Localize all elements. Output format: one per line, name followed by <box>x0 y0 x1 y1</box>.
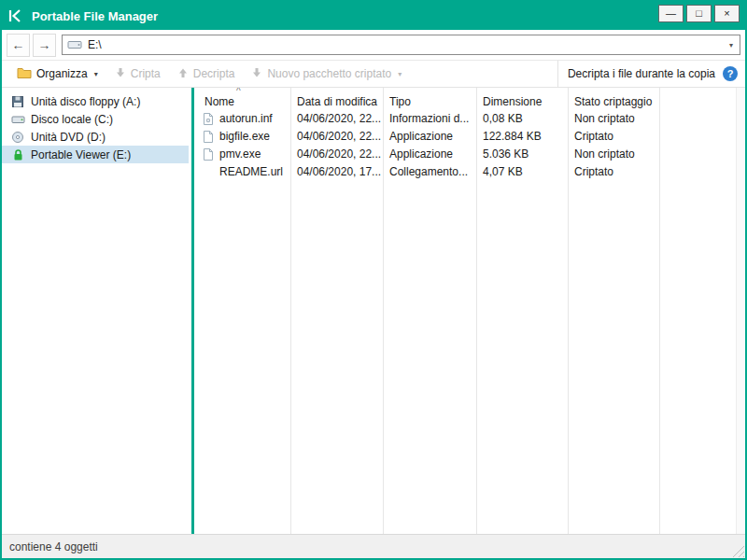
decrypt-label: Decripta <box>193 67 235 80</box>
column-headers: ^ Nome Data di modifica Tipo Dimensione … <box>197 88 745 110</box>
new-encrypted-package-button[interactable]: Nuovo pacchetto criptato ▾ <box>244 64 409 84</box>
folder-tree: Unità disco floppy (A:) Disco locale (C:… <box>2 88 189 534</box>
column-header-tipo[interactable]: Tipo <box>389 95 411 108</box>
file-rows: autorun.inf 04/06/2020, 22... Informazio… <box>197 110 745 181</box>
file-size: 122.884 KB <box>483 130 542 143</box>
vertical-scrollbar[interactable] <box>736 88 745 534</box>
column-header-dimensione[interactable]: Dimensione <box>483 95 542 108</box>
address-dropdown-icon[interactable]: ▾ <box>729 41 735 49</box>
chevron-down-icon: ▾ <box>94 70 98 78</box>
floppy-drive-icon <box>10 94 25 108</box>
application-file-icon <box>203 130 216 144</box>
main-content: Unità disco floppy (A:) Disco locale (C:… <box>2 88 745 534</box>
file-name: README.url <box>219 165 283 178</box>
new-encrypted-package-label: Nuovo pacchetto criptato <box>267 67 391 80</box>
navigation-bar: ← → E:\ ▾ <box>2 30 745 61</box>
local-disk-icon <box>10 112 25 126</box>
file-size: 4,07 KB <box>483 165 523 178</box>
file-type: Collegamento... <box>389 165 468 178</box>
sidebar-item-label: Unità DVD (D:) <box>31 131 106 144</box>
chevron-down-icon: ▾ <box>398 70 402 78</box>
autorun-file-icon <box>203 112 216 126</box>
dvd-drive-icon <box>10 130 25 144</box>
file-list: ^ Nome Data di modifica Tipo Dimensione … <box>197 88 745 534</box>
file-row-bigfile[interactable]: bigfile.exe 04/06/2020, 22... Applicazio… <box>197 128 745 146</box>
file-encryption-status: Non criptato <box>574 147 635 161</box>
organize-button[interactable]: Organizza ▾ <box>9 63 106 84</box>
sidebar-item-label: Portable Viewer (E:) <box>31 148 131 161</box>
status-text: contiene 4 oggetti <box>9 540 98 553</box>
back-button[interactable]: ← <box>7 34 30 57</box>
application-file-icon <box>203 147 216 161</box>
window-title: Portable File Manager <box>32 9 158 23</box>
sidebar-item-floppy-a[interactable]: Unità disco floppy (A:) <box>2 92 189 110</box>
sidebar-item-local-disk-c[interactable]: Disco locale (C:) <box>2 110 189 128</box>
sort-ascending-icon: ^ <box>236 88 241 96</box>
file-name: bigfile.exe <box>219 130 270 143</box>
file-encryption-status: Non criptato <box>574 112 635 125</box>
help-icon[interactable]: ? <box>723 66 738 81</box>
pane-separator[interactable] <box>191 88 194 534</box>
file-modified: 04/06/2020, 22... <box>297 112 381 125</box>
toolbar: Organizza ▾ Cripta Decripta Nuovo pacch <box>2 61 745 88</box>
kaspersky-logo-icon <box>7 8 24 23</box>
close-button[interactable]: × <box>714 5 740 22</box>
drive-icon <box>67 38 82 52</box>
sidebar-item-label: Unità disco floppy (A:) <box>31 95 140 108</box>
window-controls: — □ × <box>658 5 740 22</box>
organize-label: Organizza <box>36 67 88 80</box>
portable-file-manager-window: Portable File Manager — □ × ← → E:\ ▾ Or… <box>0 0 747 560</box>
sidebar-item-label: Disco locale (C:) <box>31 113 113 126</box>
decrypt-icon <box>177 67 189 81</box>
file-modified: 04/06/2020, 22... <box>297 130 381 143</box>
lock-icon <box>10 147 25 161</box>
encrypt-icon <box>115 67 126 81</box>
file-type: Applicazione <box>389 130 453 143</box>
column-header-nome[interactable]: Nome <box>204 95 234 108</box>
maximize-button[interactable]: □ <box>686 5 712 22</box>
package-icon <box>251 67 262 81</box>
resize-grip[interactable] <box>731 544 744 557</box>
toolbar-left: Organizza ▾ Cripta Decripta Nuovo pacch <box>9 61 557 87</box>
file-row-readme[interactable]: README.url 04/06/2020, 17... Collegament… <box>197 163 745 181</box>
file-row-pmv[interactable]: pmv.exe 04/06/2020, 22... Applicazione 5… <box>197 146 745 163</box>
file-type: Informazioni d... <box>389 112 469 125</box>
minimize-button[interactable]: — <box>658 5 684 22</box>
file-modified: 04/06/2020, 22... <box>297 147 381 161</box>
file-name: autorun.inf <box>219 112 273 125</box>
column-header-stato-criptaggio[interactable]: Stato criptaggio <box>574 95 652 108</box>
forward-button[interactable]: → <box>33 34 56 57</box>
file-name: pmv.exe <box>219 147 261 161</box>
decrypt-on-copy-label: Decripta i file durante la copia <box>568 67 715 80</box>
status-bar: contiene 4 oggetti <box>2 534 745 558</box>
toolbar-right: Decripta i file durante la copia ? <box>557 61 738 87</box>
column-header-data-di-modifica[interactable]: Data di modifica <box>297 95 377 108</box>
file-size: 5.036 KB <box>483 147 529 161</box>
titlebar[interactable]: Portable File Manager — □ × <box>2 2 745 30</box>
file-size: 0,08 KB <box>483 112 523 125</box>
encrypt-button[interactable]: Cripta <box>107 64 168 84</box>
file-type: Applicazione <box>389 147 453 161</box>
decrypt-button[interactable]: Decripta <box>170 64 243 84</box>
encrypt-label: Cripta <box>131 67 161 80</box>
file-encryption-status: Criptato <box>574 165 613 178</box>
address-bar[interactable]: E:\ ▾ <box>62 35 740 55</box>
file-row-autorun[interactable]: autorun.inf 04/06/2020, 22... Informazio… <box>197 110 745 128</box>
file-encryption-status: Criptato <box>574 130 613 143</box>
address-text: E:\ <box>88 38 724 51</box>
folder-icon <box>17 66 32 81</box>
sidebar-item-dvd-d[interactable]: Unità DVD (D:) <box>2 128 189 146</box>
sidebar-item-portable-viewer-e[interactable]: Portable Viewer (E:) <box>2 146 189 163</box>
file-modified: 04/06/2020, 17... <box>297 165 381 178</box>
